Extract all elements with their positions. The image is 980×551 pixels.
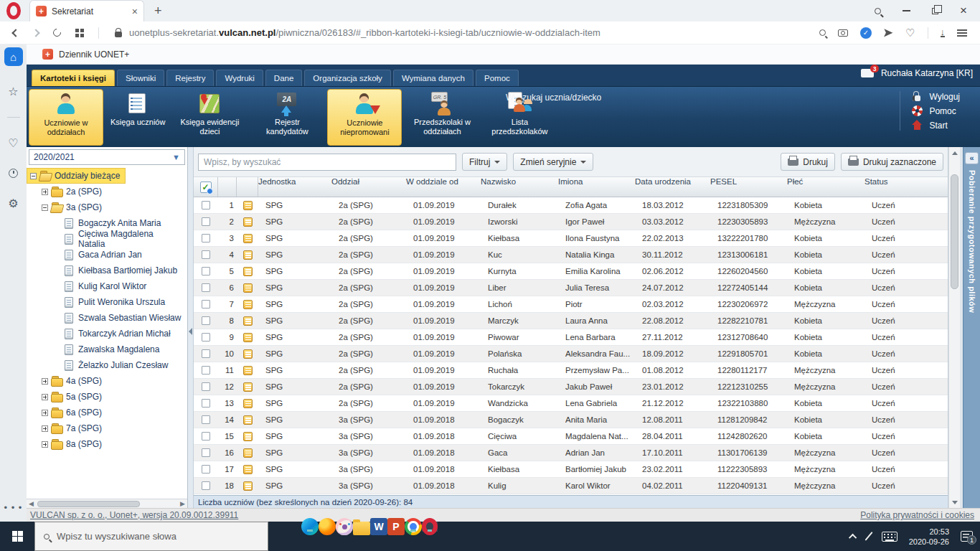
student-card-icon[interactable]: [243, 201, 253, 210]
firefox-icon[interactable]: [319, 522, 336, 532]
row-checkbox[interactable]: [202, 316, 210, 325]
start-menu-item[interactable]: Start: [912, 120, 960, 131]
serial-change-button[interactable]: Zmień seryjnie: [513, 153, 593, 171]
tree-toggle-icon[interactable]: [42, 410, 48, 416]
history-clock-icon[interactable]: [9, 169, 18, 178]
filter-button[interactable]: Filtruj: [462, 153, 507, 171]
scroll-up-icon[interactable]: [949, 147, 961, 159]
tree-item[interactable]: 7a (SPG): [39, 420, 107, 436]
tree-item[interactable]: 6a (SPG): [39, 405, 107, 420]
logged-user-name[interactable]: Ruchała Katarzyna [KR]: [881, 68, 973, 78]
tree-item[interactable]: Pulit Weronika Urszula: [51, 294, 170, 310]
ribbon-tab[interactable]: Wydruki: [216, 70, 263, 86]
tree-item[interactable]: 2a (SPG): [39, 184, 107, 199]
messages-icon[interactable]: 3: [861, 69, 874, 77]
privacy-policy-link[interactable]: Polityka prywatności i cookies: [860, 510, 974, 520]
expand-panel-icon[interactable]: «: [965, 152, 979, 164]
tree-toggle-icon[interactable]: [42, 394, 48, 400]
tree-item[interactable]: Szwala Sebastian Wiesław: [51, 310, 186, 326]
easy-setup-icon[interactable]: [957, 29, 967, 37]
table-row[interactable]: 2 SPG 2a (SPG) 01.09.2019 Izworski Igor …: [194, 214, 948, 230]
tree-item[interactable]: Żelazko Julian Czesław: [51, 357, 173, 373]
select-all-icon[interactable]: ✓: [200, 182, 212, 193]
forward-icon[interactable]: [32, 29, 39, 37]
row-checkbox[interactable]: [202, 481, 210, 490]
opera-logo-icon[interactable]: [6, 2, 21, 19]
row-checkbox[interactable]: [202, 399, 210, 408]
row-checkbox[interactable]: [202, 217, 210, 226]
ksiega-uczniow-button[interactable]: Księga uczniów: [106, 89, 169, 146]
column-header[interactable]: Płeć: [787, 177, 864, 197]
student-card-icon[interactable]: [243, 432, 253, 441]
new-tab-button[interactable]: +: [154, 4, 162, 19]
word-icon[interactable]: W: [370, 522, 387, 532]
table-vertical-scrollbar[interactable]: [948, 147, 960, 508]
uczniowie-niepromowani-button[interactable]: Uczniowie niepromowani: [327, 89, 402, 146]
ksiega-ewidencji-dzieci-button[interactable]: Księga ewidencji dzieci: [172, 89, 247, 146]
ribbon-tab[interactable]: Pomoc: [476, 70, 519, 86]
paint-icon[interactable]: [336, 522, 353, 532]
row-checkbox[interactable]: [202, 283, 210, 292]
opera-icon[interactable]: [422, 522, 438, 532]
student-card-icon[interactable]: [243, 382, 253, 392]
row-checkbox[interactable]: [202, 201, 210, 209]
table-row[interactable]: 14 SPG 3a (SPG) 01.09.2018 Bogaczyk Anit…: [194, 412, 948, 428]
table-row[interactable]: 16 SPG 3a (SPG) 01.09.2018 Gaca Adrian J…: [194, 445, 948, 461]
help-menu-item[interactable]: Pomoc: [912, 105, 960, 116]
student-card-icon[interactable]: [243, 481, 253, 491]
table-row[interactable]: 10 SPG 2a (SPG) 01.09.2019 Polańska Alek…: [194, 346, 948, 362]
ribbon-tab[interactable]: Dane: [265, 70, 303, 86]
table-row[interactable]: 15 SPG 3a (SPG) 01.09.2018 Cięciwa Magda…: [194, 428, 948, 445]
tree-toggle-icon[interactable]: [42, 378, 48, 385]
student-card-icon[interactable]: [243, 465, 253, 474]
vulcan-version-link[interactable]: VULCAN sp. z o. o., Uonet+, wersja 20.09…: [30, 510, 238, 520]
chrome-icon[interactable]: [405, 522, 422, 532]
column-header[interactable]: Imiona: [558, 177, 635, 197]
table-row[interactable]: 8 SPG 2a (SPG) 01.09.2019 Marczyk Laura …: [194, 313, 948, 329]
snapshot-icon[interactable]: [838, 29, 848, 37]
tree-item[interactable]: 8a (SPG): [39, 436, 107, 452]
ribbon-tab[interactable]: Słowniki: [117, 70, 164, 86]
tree-item[interactable]: 3a (SPG): [39, 199, 107, 215]
table-row[interactable]: 7 SPG 2a (SPG) 01.09.2019 Lichoń Piotr 0…: [194, 296, 948, 313]
student-card-icon[interactable]: [243, 283, 253, 293]
ribbon-tab[interactable]: Kartoteki i księgi: [32, 70, 115, 86]
student-card-icon[interactable]: [243, 217, 253, 227]
zoom-icon[interactable]: [819, 29, 826, 36]
student-card-icon[interactable]: [243, 316, 253, 326]
table-row[interactable]: 5 SPG 2a (SPG) 01.09.2019 Kurnyta Emilia…: [194, 263, 948, 280]
tree-item[interactable]: Cięciwa Magdalena Natalia: [51, 231, 187, 247]
student-card-icon[interactable]: [243, 349, 253, 359]
tree-toggle-icon[interactable]: [42, 441, 48, 448]
speed-dial-icon[interactable]: [75, 29, 84, 37]
panel-splitter[interactable]: [188, 147, 194, 508]
scrollbar-thumb[interactable]: [37, 501, 140, 507]
tray-expand-icon[interactable]: [849, 533, 857, 541]
action-center-icon[interactable]: 1: [961, 531, 973, 542]
rejestr-kandydatow-button[interactable]: Rejestr kandydatów: [250, 89, 324, 146]
url-field[interactable]: uonetplus-sekretariat.vulcan.net.pl/piwn…: [105, 27, 819, 38]
select-all-header[interactable]: ✓: [194, 177, 218, 197]
tree-item[interactable]: 5a (SPG): [39, 389, 107, 405]
tree-toggle-icon[interactable]: [42, 425, 48, 432]
my-flow-icon[interactable]: [884, 29, 893, 37]
table-row[interactable]: 3 SPG 2a (SPG) 01.09.2019 Kiełbasa Ilona…: [194, 230, 948, 247]
tree-item[interactable]: Kulig Karol Wiktor: [51, 278, 151, 294]
tree-item[interactable]: 4a (SPG): [39, 373, 107, 389]
row-checkbox[interactable]: [202, 300, 210, 309]
ribbon-tab[interactable]: Organizacja szkoły: [304, 70, 391, 86]
student-card-icon[interactable]: [243, 234, 253, 243]
reload-icon[interactable]: [52, 27, 62, 38]
student-card-icon[interactable]: [243, 333, 253, 342]
row-checkbox[interactable]: [202, 234, 210, 242]
column-header[interactable]: Data urodzenia: [635, 177, 710, 197]
home-speed-dial-icon[interactable]: ⌂: [4, 47, 23, 66]
restore-icon[interactable]: [932, 8, 938, 14]
column-header[interactable]: Status: [864, 177, 948, 197]
school-year-select[interactable]: 2020/2021 ▼: [29, 149, 185, 165]
tree-toggle-icon[interactable]: [42, 189, 48, 195]
scrollbar-thumb[interactable]: [951, 174, 958, 289]
column-header[interactable]: PESEL: [710, 177, 787, 197]
student-card-icon[interactable]: [243, 366, 253, 375]
column-header[interactable]: Jednostka: [258, 177, 331, 197]
